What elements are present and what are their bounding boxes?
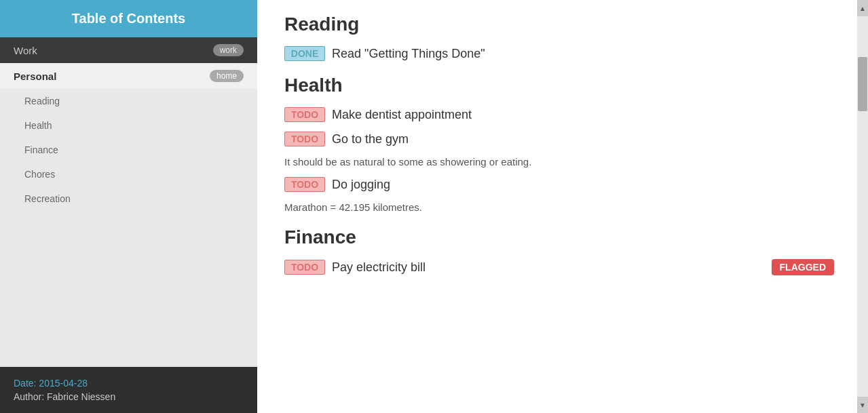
sidebar-item-recreation[interactable]: Recreation — [0, 186, 257, 211]
sidebar-item-health[interactable]: Health — [0, 113, 257, 138]
scroll-down-button[interactable]: ▼ — [857, 397, 868, 413]
todo-item-reading-0: DONE Read "Getting Things Done" — [284, 46, 841, 61]
sidebar-section-work[interactable]: Work work — [0, 37, 257, 63]
scrollbar-track — [857, 16, 868, 397]
sidebar-title: Table of Contents — [72, 11, 185, 26]
sidebar-personal-tag: home — [210, 70, 244, 82]
item-text-health-1: Go to the gym — [332, 132, 409, 146]
heading-health: Health — [284, 75, 841, 96]
sidebar-footer: Date: 2015-04-28 Author: Fabrice Niessen — [0, 367, 257, 413]
item-text-reading-0: Read "Getting Things Done" — [332, 47, 485, 61]
badge-todo-finance-0: TODO — [284, 260, 325, 275]
badge-todo-health-0: TODO — [284, 107, 325, 122]
sidebar: Table of Contents Work work Personal hom… — [0, 0, 257, 413]
sidebar-item-finance[interactable]: Finance — [0, 138, 257, 162]
item-text-health-0: Make dentist appointment — [332, 108, 472, 122]
scroll-up-button[interactable]: ▲ — [857, 0, 868, 16]
item-text-health-2: Do jogging — [332, 178, 390, 192]
badge-todo-health-2: TODO — [284, 177, 325, 192]
sidebar-item-chores[interactable]: Chores — [0, 162, 257, 186]
item-text-finance-0: Pay electricity bill — [332, 260, 426, 275]
footer-date: Date: 2015-04-28 — [14, 378, 244, 389]
todo-item-health-1: TODO Go to the gym — [284, 132, 841, 146]
sidebar-header: Table of Contents — [0, 0, 257, 37]
item-note-health-1: It should be as natural to some as showe… — [284, 156, 841, 168]
sidebar-personal-label: Personal — [14, 71, 56, 82]
scrollbar-thumb[interactable] — [858, 57, 867, 111]
scrollbar: ▲ ▼ — [857, 0, 868, 413]
sidebar-item-reading[interactable]: Reading — [0, 89, 257, 113]
item-note-health-2: Marathon = 42.195 kilometres. — [284, 201, 841, 213]
sidebar-work-label: Work — [14, 45, 37, 56]
heading-reading: Reading — [284, 14, 841, 35]
sidebar-section-personal[interactable]: Personal home — [0, 63, 257, 89]
heading-finance: Finance — [284, 227, 841, 248]
flagged-badge: FLAGGED — [772, 259, 834, 275]
todo-item-finance-0: TODO Pay electricity bill FLAGGED — [284, 259, 841, 275]
todo-item-health-0: TODO Make dentist appointment — [284, 107, 841, 122]
todo-item-finance-left: TODO Pay electricity bill — [284, 260, 426, 275]
badge-done-0: DONE — [284, 46, 325, 61]
main-content: Reading DONE Read "Getting Things Done" … — [257, 0, 868, 413]
sidebar-work-tag: work — [213, 44, 244, 56]
sidebar-subsections: Reading Health Finance Chores Recreation — [0, 89, 257, 367]
todo-item-health-2: TODO Do jogging — [284, 177, 841, 192]
footer-author: Author: Fabrice Niessen — [14, 391, 244, 402]
badge-todo-health-1: TODO — [284, 132, 325, 146]
